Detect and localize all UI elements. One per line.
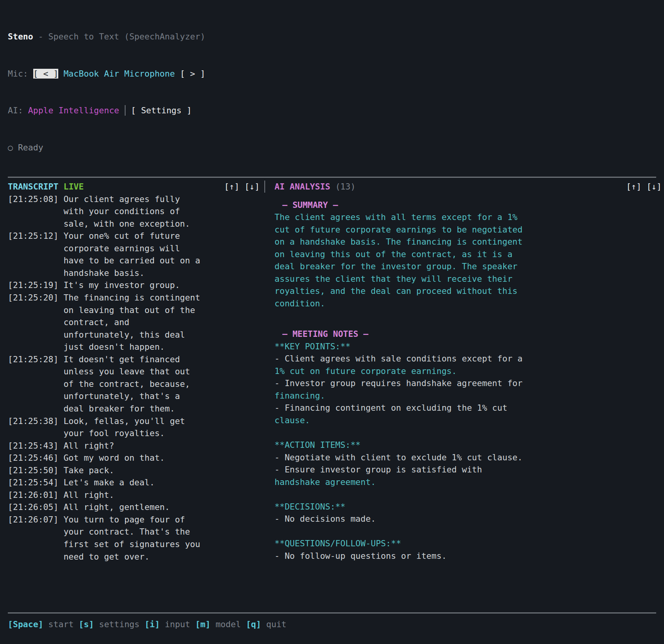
mic-prev-button[interactable]: [ < ] [33,69,59,79]
transcript-scroll-down-button[interactable]: [↓] [244,181,260,193]
app-header: Steno - Speech to Text (SpeechAnalyzer) … [0,0,664,166]
hotkey-start[interactable]: [Space] [8,618,43,631]
statusbar-items: [Space]start[s]settings[i]input[m]model[… [0,618,664,644]
analysis-line: clause. [275,414,656,427]
analysis-line: **DECISIONS:** [275,501,656,513]
transcript-entry: [21:25:46]Got my word on that. [8,452,264,464]
transcript-entry: [21:25:54]Let's make a deal. [8,476,264,489]
analysis-line [275,488,656,501]
transcript-text: All right. [63,489,114,501]
app-title: Steno [8,32,33,41]
status-bar: [Space]start[s]settings[i]input[m]model[… [0,612,664,644]
timestamp: [21:25:43] [8,440,58,452]
hotkey-model[interactable]: [m] [195,618,210,631]
timestamp: [21:26:01] [8,489,58,501]
analysis-count: (13) [335,181,355,193]
analysis-line [275,427,656,439]
transcript-entry: [21:25:08]Our client agrees fully with y… [8,193,264,230]
hotkey-label-settings: settings [99,618,140,631]
analysis-line: - Financing contingent on excluding the … [275,402,656,414]
analysis-line: - No decisions made. [275,513,656,525]
transcript-text: Take pack. [63,464,114,477]
transcript-entry: [21:26:07]You turn to page four of your … [8,513,264,563]
hotkey-label-model: model [215,618,241,631]
transcript-entry: [21:25:20]The financing is contingent on… [8,292,264,353]
mic-next-button[interactable]: [ > ] [180,69,205,79]
ai-provider-name: Apple Intelligence [28,106,119,115]
header-divider [8,177,656,178]
transcript-entry: [21:25:43]All right? [8,440,264,452]
mic-device-name: MacBook Air Microphone [63,69,175,79]
title-line: Steno - Speech to Text (SpeechAnalyzer) [8,30,656,43]
analysis-line [275,310,656,322]
analysis-body: — SUMMARY —The client agrees with all te… [275,193,656,562]
transcript-entry: [21:25:28]It doesn't get financed unless… [8,353,264,415]
timestamp: [21:26:07] [8,513,58,563]
analysis-line: cut of future corporate earnings to be n… [275,224,656,236]
mic-label: Mic: [8,69,33,79]
timestamp: [21:25:20] [8,292,58,353]
timestamp: [21:25:46] [8,452,58,464]
analysis-line [275,525,656,538]
analysis-line: on a handshake basis. The financing is c… [275,236,656,248]
analysis-line: royalties, and the deal can proceed with… [275,285,656,297]
hotkey-quit[interactable]: [q] [246,618,261,631]
settings-button[interactable]: [ Settings ] [131,106,192,115]
timestamp: [21:25:38] [8,415,58,440]
transcript-text: All right? [63,440,114,452]
hotkey-label-start: start [48,618,74,631]
hotkey-label-input: input [165,618,190,631]
analysis-line: 1% cut on future corporate earnings. [275,365,656,377]
transcript-header: TRANSCRIPT LIVE [↑] [↓] [8,181,264,193]
analysis-line: assures the client that they will receiv… [275,273,656,285]
analysis-line: - Ensure investor group is satisfied wit… [275,463,656,476]
transcript-text: It's my investor group. [63,279,180,292]
transcript-text: Your one% cut of future corporate earnin… [63,230,200,279]
transcript-text: Let's make a deal. [63,476,154,489]
mic-line: Mic: [ < ] MacBook Air Microphone [ > ] [8,68,656,80]
transcript-entry: [21:25:50]Take pack. [8,464,264,477]
analysis-header: AI ANALYSIS (13) [↑] [↓] [264,181,656,193]
transcript-title: TRANSCRIPT [8,181,58,193]
live-badge: LIVE [63,181,84,193]
transcript-text: You turn to page four of your contract. … [63,513,200,563]
status-circle-icon: ○ [8,143,13,152]
analysis-panel: AI ANALYSIS (13) [↑] [↓] — SUMMARY —The … [264,181,656,562]
hotkey-input[interactable]: [i] [145,618,160,631]
timestamp: [21:25:08] [8,193,58,230]
statusbar-divider [8,612,656,614]
analysis-line: financing. [275,390,656,402]
timestamp: [21:25:50] [8,464,58,477]
transcript-scroll-up-button[interactable]: [↑] [224,181,239,193]
analysis-line: - Investor group requires handshake agre… [275,377,656,390]
ai-label: AI: [8,106,28,115]
transcript-entry: [21:25:12]Your one% cut of future corpor… [8,230,264,279]
analysis-line: — SUMMARY — [275,193,656,211]
analysis-line: deal breaker for the investor group. The… [275,260,656,273]
timestamp: [21:25:19] [8,279,58,292]
hotkey-settings[interactable]: [s] [79,618,94,631]
analysis-line: handshake agreement. [275,476,656,488]
analysis-line: **KEY POINTS:** [275,340,656,353]
transcript-text: Got my word on that. [63,452,165,464]
vertical-separator [125,105,126,116]
status-line: ○ Ready [8,141,656,154]
timestamp: [21:25:12] [8,230,58,279]
transcript-text: Our client agrees fully with your condit… [63,193,190,230]
ai-line: AI: Apple Intelligence[ Settings ] [8,104,656,117]
analysis-line: — MEETING NOTES — [275,322,656,340]
analysis-line: **QUESTIONS/FOLLOW-UPS:** [275,537,656,550]
analysis-scroll-down-button[interactable]: [↓] [646,181,662,193]
analysis-line: The client agrees with all terms except … [275,211,656,224]
app-subtitle: - Speech to Text (SpeechAnalyzer) [33,32,205,41]
analysis-line: - Negotiate with client to exclude 1% cu… [275,451,656,464]
transcript-entry: [21:25:19]It's my investor group. [8,279,264,292]
analysis-line: - Client agrees with sale conditions exc… [275,352,656,365]
transcript-text: All right, gentlemen. [63,501,170,513]
timestamp: [21:25:54] [8,476,58,489]
analysis-scroll-up-button[interactable]: [↑] [626,181,641,193]
analysis-title: AI ANALYSIS [275,181,330,193]
analysis-line: - No follow-up questions or items. [275,550,656,562]
panel-divider [264,181,265,193]
main-area: TRANSCRIPT LIVE [↑] [↓] [21:25:08]Our cl… [0,181,664,563]
